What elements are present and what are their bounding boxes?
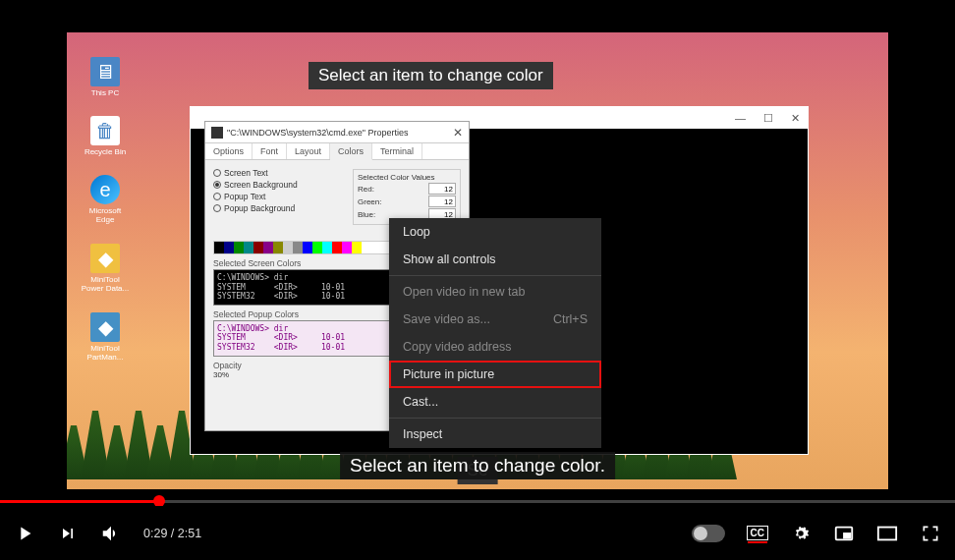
svg-rect-1 [844,533,850,538]
green-input[interactable] [428,196,456,207]
volume-button[interactable] [100,523,122,544]
minimize-button[interactable]: — [735,112,746,124]
menu-separator [389,275,601,276]
radio-label: Screen Text [224,168,268,178]
cmd-icon [211,127,223,139]
tab-font[interactable]: Font [253,143,287,159]
progress-bar[interactable] [0,500,955,503]
radio-label: Popup Background [224,203,295,213]
menu-loop[interactable]: Loop [389,218,601,246]
red-label: Red: [358,185,374,194]
shortcut-label: Ctrl+S [553,312,588,326]
theater-button[interactable] [876,523,898,544]
icon-label: MiniTool Power Data... [81,275,130,293]
tab-options[interactable]: Options [205,143,253,159]
icon-label: Microsoft Edge [81,206,130,224]
radio-label: Popup Text [224,192,265,201]
autoplay-toggle[interactable] [692,525,725,542]
group-label: Selected Color Values [358,173,456,182]
menu-show-controls[interactable]: Show all controls [389,246,601,273]
icon-label: This PC [81,88,130,97]
close-button[interactable]: ✕ [791,112,800,125]
fullscreen-button[interactable] [920,523,941,544]
menu-separator [389,418,601,419]
video-context-menu: Loop Show all controls Open video in new… [389,218,601,448]
radio-label: Screen Background [224,180,298,190]
video-content-area: 🖥This PC 🗑Recycle Bin eMicrosoft Edge ◆M… [0,0,955,501]
instruction-banner-top: Select an item to change color [309,62,553,89]
closed-caption: Select an item to change color. [340,452,615,479]
play-button[interactable] [14,523,35,544]
menu-save-video[interactable]: Save video as...Ctrl+S [389,306,601,333]
tab-colors[interactable]: Colors [330,143,372,160]
menu-open-new-tab[interactable]: Open video in new tab [389,278,601,306]
blue-label: Blue: [358,210,375,219]
desktop-icon-edge[interactable]: eMicrosoft Edge [81,175,130,224]
menu-cast[interactable]: Cast... [389,388,601,416]
red-input[interactable] [428,183,456,195]
tab-terminal[interactable]: Terminal [372,143,422,159]
tab-layout[interactable]: Layout [287,143,330,159]
tab-bar: Options Font Layout Colors Terminal [205,143,469,160]
miniplayer-button[interactable] [833,523,855,544]
menu-inspect[interactable]: Inspect [389,420,601,448]
player-controls: 0:29 / 2:51 CC [0,506,955,560]
desktop-icon-thispc[interactable]: 🖥This PC [81,57,130,97]
close-icon[interactable]: ✕ [453,126,463,140]
desktop-icon-minitool2[interactable]: ◆MiniTool PartMan... [81,312,130,362]
captions-button[interactable]: CC [747,526,768,540]
desktop-icon-minitool[interactable]: ◆MiniTool Power Data... [81,244,130,293]
dialog-title: "C:\WINDOWS\system32\cmd.exe" Properties [227,128,453,138]
maximize-button[interactable]: ☐ [763,112,773,125]
menu-copy-address[interactable]: Copy video address [389,333,601,361]
menu-picture-in-picture[interactable]: Picture in picture [389,361,601,388]
next-button[interactable] [57,523,79,544]
icon-label: MiniTool PartMan... [81,344,130,362]
time-display: 0:29 / 2:51 [143,527,201,540]
svg-rect-2 [878,527,896,539]
progress-played [0,500,159,503]
icon-label: Recycle Bin [81,147,130,156]
settings-button[interactable] [790,523,812,544]
desktop-icon-recycle[interactable]: 🗑Recycle Bin [81,116,130,156]
dialog-titlebar: "C:\WINDOWS\system32\cmd.exe" Properties… [205,122,469,143]
green-label: Green: [358,197,381,206]
selected-color-values: Selected Color Values Red: Green: Blue: [353,169,461,225]
